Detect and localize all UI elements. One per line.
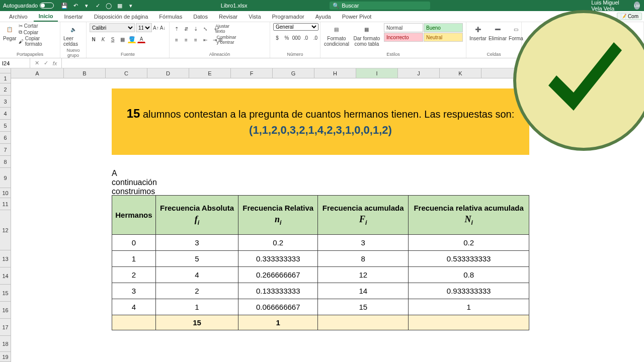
table-cell[interactable]: 2 xyxy=(112,267,156,283)
enter-icon[interactable]: ✓ xyxy=(42,60,49,66)
table-cell[interactable]: 12 xyxy=(318,267,409,283)
copy-button[interactable]: ⧉Copiar xyxy=(19,29,57,35)
col-header-J[interactable]: J xyxy=(398,68,440,78)
circle-icon[interactable]: ◯ xyxy=(105,2,112,9)
col-header-H[interactable]: H xyxy=(314,68,356,78)
redo-dropdown-icon[interactable]: ▾ xyxy=(83,2,90,9)
align-bottom-icon[interactable]: ⇣ xyxy=(192,25,200,33)
tab-ayuda[interactable]: Ayuda xyxy=(310,12,336,21)
table-cell[interactable]: 14 xyxy=(318,283,409,299)
table-cell[interactable]: 0.8 xyxy=(409,267,529,283)
more-icon[interactable]: ▾ xyxy=(127,2,134,9)
save-icon[interactable]: 💾 xyxy=(61,2,68,9)
table-cell[interactable]: 8 xyxy=(318,251,409,267)
table-cell[interactable]: 0.2 xyxy=(409,235,529,251)
fx-icon[interactable]: fx xyxy=(51,60,58,66)
tab-datos[interactable]: Datos xyxy=(188,12,213,21)
table-footer-cell[interactable] xyxy=(112,315,156,330)
name-box[interactable]: I24 xyxy=(0,58,30,68)
search-box[interactable]: 🔍 Buscar xyxy=(330,2,430,10)
row-header-9[interactable]: 9 xyxy=(0,168,11,188)
col-header-D[interactable]: D xyxy=(147,68,189,78)
row-header-18[interactable]: 18 xyxy=(0,336,11,352)
style-neutral[interactable]: Neutral xyxy=(424,33,463,42)
style-incorrecto[interactable]: Incorrecto xyxy=(384,33,423,42)
table-cell[interactable]: 3 xyxy=(155,235,238,251)
row-header-2[interactable]: 2 xyxy=(0,83,11,96)
table-footer-cell[interactable]: 15 xyxy=(155,315,238,330)
style-normal[interactable]: Normal xyxy=(384,23,423,32)
col-header-G[interactable]: G xyxy=(273,68,314,78)
align-middle-icon[interactable]: ⇵ xyxy=(182,25,190,33)
row-header-7[interactable]: 7 xyxy=(0,144,11,156)
read-cells-button[interactable]: 🔈 Leer celdas xyxy=(63,23,83,47)
cancel-icon[interactable]: ✕ xyxy=(33,60,40,66)
tab-programador[interactable]: Programador xyxy=(267,12,309,21)
bold-button[interactable]: N xyxy=(90,35,98,43)
table-cell[interactable]: 4 xyxy=(112,299,156,315)
underline-button[interactable]: S xyxy=(109,35,117,43)
row-header-8[interactable]: 8 xyxy=(0,156,11,168)
decrease-decimal-icon[interactable]: .0 xyxy=(311,34,319,42)
row-header-14[interactable]: 14 xyxy=(0,267,11,285)
format-as-table-button[interactable]: ▦ Dar formato como tabla xyxy=(352,23,382,47)
border-button[interactable]: ▦ xyxy=(118,35,126,43)
align-top-icon[interactable]: ⇡ xyxy=(173,25,181,33)
italic-button[interactable]: K xyxy=(99,35,107,43)
table-cell[interactable]: 15 xyxy=(318,299,409,315)
table-cell[interactable]: 3 xyxy=(112,283,156,299)
wrap-text-button[interactable]: ↩ Ajustar texto xyxy=(216,25,224,33)
row-header-5[interactable]: 5 xyxy=(0,120,11,132)
conditional-format-button[interactable]: ▤ Formato condicional xyxy=(324,23,350,47)
table-cell[interactable]: 0.066666667 xyxy=(238,299,318,315)
table-cell[interactable]: 0.533333333 xyxy=(409,251,529,267)
table-cell[interactable]: 2 xyxy=(155,283,238,299)
fill-color-button[interactable]: 🪣 xyxy=(128,35,136,43)
col-header-B[interactable]: B xyxy=(64,68,106,78)
table-cell[interactable]: 0.133333333 xyxy=(238,283,318,299)
col-header-F[interactable]: F xyxy=(231,68,273,78)
paste-button[interactable]: 📋 Pegar xyxy=(3,23,17,41)
align-center-icon[interactable]: ≡ xyxy=(182,36,190,44)
row-header-4[interactable]: 4 xyxy=(0,108,11,120)
row-header-1[interactable]: 1 xyxy=(0,73,11,83)
col-header-A[interactable]: A xyxy=(11,68,64,78)
table-cell[interactable]: 0 xyxy=(112,235,156,251)
tab-vista[interactable]: Vista xyxy=(244,12,266,21)
table-footer-cell[interactable]: 1 xyxy=(238,315,318,330)
row-header-12[interactable]: 12 xyxy=(0,210,11,250)
table-cell[interactable]: 4 xyxy=(155,267,238,283)
tab-revisar[interactable]: Revisar xyxy=(214,12,243,21)
row-header-13[interactable]: 13 xyxy=(0,250,11,267)
merge-button[interactable]: ⊞ Combinar y centrar xyxy=(220,36,228,44)
delete-cells-button[interactable]: ➖Eliminar xyxy=(489,23,507,41)
table-cell[interactable]: 0.333333333 xyxy=(238,251,318,267)
table-cell[interactable]: 0.266666667 xyxy=(238,267,318,283)
table-cell[interactable]: 1 xyxy=(409,299,529,315)
tab-disposicion[interactable]: Disposición de página xyxy=(89,12,153,21)
table-footer-cell[interactable] xyxy=(409,315,529,330)
row-header-15[interactable]: 15 xyxy=(0,285,11,302)
percent-icon[interactable]: % xyxy=(283,34,291,42)
align-right-icon[interactable]: ≡ xyxy=(192,36,200,44)
row-header-16[interactable]: 16 xyxy=(0,302,11,319)
number-format-select[interactable]: General xyxy=(273,23,318,31)
tab-inicio[interactable]: Inicio xyxy=(34,12,58,22)
col-header-C[interactable]: C xyxy=(106,68,147,78)
row-header-19[interactable]: 19 xyxy=(0,352,11,362)
orientation-icon[interactable]: ⤡ xyxy=(201,25,209,33)
table-cell[interactable]: 0.933333333 xyxy=(409,283,529,299)
table-cell[interactable]: 0.2 xyxy=(238,235,318,251)
table-cell[interactable]: 1 xyxy=(112,251,156,267)
currency-icon[interactable]: $ xyxy=(273,34,281,42)
row-header-10[interactable]: 10 xyxy=(0,188,11,198)
tab-formulas[interactable]: Fórmulas xyxy=(154,12,187,21)
insert-cells-button[interactable]: ➕Insertar xyxy=(469,23,487,41)
tab-powerpivot[interactable]: Power Pivot xyxy=(337,12,377,21)
toggle-off-icon[interactable] xyxy=(40,3,54,9)
table-cell[interactable]: 5 xyxy=(155,251,238,267)
format-painter-button[interactable]: 🖌Copiar formato xyxy=(19,36,57,47)
indent-decrease-icon[interactable]: ⇤ xyxy=(201,36,209,44)
increase-font-icon[interactable]: A↑ xyxy=(153,25,159,31)
decrease-font-icon[interactable]: A↓ xyxy=(160,25,166,31)
